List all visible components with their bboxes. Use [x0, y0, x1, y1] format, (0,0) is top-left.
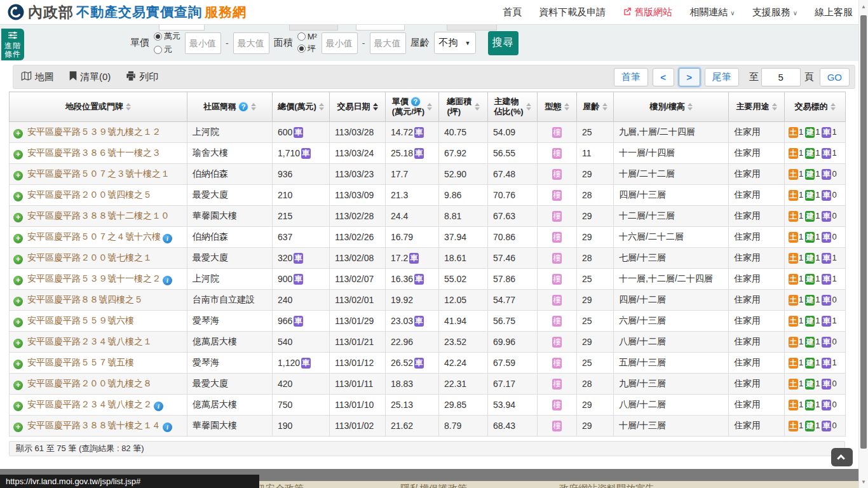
- expand-row-icon[interactable]: +: [13, 234, 23, 243]
- radio-button[interactable]: [154, 46, 162, 54]
- column-header-community[interactable]: 社區簡稱?: [187, 92, 273, 122]
- footer-link-open-data[interactable]: 政府網站資料開放宣告: [559, 483, 654, 488]
- address-link[interactable]: 安平區慶平路２００號九樓之８: [27, 378, 152, 388]
- help-icon[interactable]: ?: [410, 97, 421, 107]
- expand-row-icon[interactable]: +: [13, 297, 23, 306]
- expand-row-icon[interactable]: +: [13, 360, 23, 369]
- column-header-unit-price[interactable]: 單價? (萬元/坪): [386, 92, 439, 122]
- address-link[interactable]: 安平區慶平路２３４號八樓之１: [27, 336, 152, 346]
- area-cell: 8.81: [439, 206, 488, 227]
- address-link[interactable]: 安平區慶平路３８８號十樓之１４: [27, 420, 161, 430]
- last-page-button[interactable]: 尾筆: [705, 68, 739, 86]
- results-toolbar: 地圖 清單(0) 列印 首筆 < >: [13, 65, 855, 89]
- unit-price-cell: 17.2車: [386, 248, 439, 269]
- advanced-filter-button[interactable]: 進階條件: [1, 29, 24, 60]
- expand-row-icon[interactable]: +: [13, 213, 23, 222]
- radio-button[interactable]: [297, 32, 306, 41]
- nav-download[interactable]: 資料下載及申請: [539, 6, 606, 18]
- expand-row-icon[interactable]: +: [13, 339, 23, 348]
- expand-row-icon[interactable]: +: [13, 423, 23, 432]
- expand-row-icon[interactable]: +: [13, 129, 23, 139]
- nav-support[interactable]: 支援服務 ∨: [752, 6, 797, 18]
- expand-row-icon[interactable]: +: [13, 171, 23, 180]
- search-button[interactable]: 搜尋: [488, 31, 519, 55]
- car-badge: 車: [301, 358, 311, 369]
- address-link[interactable]: 安平區慶平路２３４號八樓之２: [27, 399, 152, 409]
- address-link[interactable]: 安平區慶平路５３９號九樓之１２: [27, 126, 161, 137]
- address-link[interactable]: 安平區慶平路５０７之４號十六樓: [27, 231, 161, 241]
- address-link[interactable]: 安平區慶平路３８６號十一樓之３: [27, 147, 161, 158]
- expand-row-icon[interactable]: +: [13, 402, 23, 411]
- area-max-input[interactable]: [370, 32, 406, 54]
- column-header-usage[interactable]: 主要用途: [729, 92, 785, 122]
- column-header-ratio[interactable]: 主建物 佔比(%): [488, 92, 538, 122]
- address-link[interactable]: 安平區慶平路５５７號五樓: [27, 357, 134, 367]
- scrollbar-thumb[interactable]: [860, 15, 867, 449]
- go-button[interactable]: GO: [820, 68, 850, 86]
- print-button[interactable]: 列印: [126, 71, 158, 83]
- expand-row-icon[interactable]: +: [13, 381, 23, 390]
- age-select[interactable]: 不拘 ▼: [434, 32, 476, 54]
- radio-button-checked[interactable]: [297, 44, 306, 53]
- radio-option-ping[interactable]: 坪: [297, 43, 317, 55]
- floor-cell: 十層/十三層: [614, 416, 729, 437]
- building-type-badge: 樓: [552, 274, 562, 285]
- help-icon[interactable]: ?: [238, 102, 248, 112]
- address-link[interactable]: 安平區慶平路８８號四樓之５: [27, 294, 143, 304]
- radio-button-checked[interactable]: [154, 32, 162, 41]
- radio-option-yuan[interactable]: 元: [154, 44, 180, 55]
- column-header-target[interactable]: 交易標的: [785, 92, 846, 122]
- expand-row-icon[interactable]: +: [13, 255, 23, 264]
- info-icon[interactable]: i: [163, 234, 172, 243]
- ratio-cell: 69.96: [488, 332, 538, 353]
- expand-row-icon[interactable]: +: [13, 192, 23, 201]
- prev-page-button[interactable]: <: [653, 68, 674, 86]
- unit-price-max-input[interactable]: [233, 32, 269, 54]
- scroll-to-top-button[interactable]: [831, 448, 853, 466]
- address-cell: +安平區慶平路３８８號十二樓之１０: [10, 206, 187, 227]
- address-link[interactable]: 安平區慶平路５０７之３號十樓之１: [27, 168, 170, 179]
- area-cell: 29.85: [439, 395, 488, 416]
- scrollbar-up-arrow[interactable]: ▲: [859, 4, 868, 10]
- address-link[interactable]: 安平區慶平路５３９號十一樓之２: [27, 273, 161, 283]
- radio-option-wan[interactable]: 萬元: [154, 30, 180, 42]
- next-page-button[interactable]: >: [679, 68, 700, 86]
- column-header-area[interactable]: 總面積 (坪): [439, 92, 488, 122]
- column-header-date[interactable]: 交易日期: [330, 92, 386, 122]
- nav-home[interactable]: 首頁: [503, 6, 522, 18]
- column-header-location[interactable]: 地段位置或門牌: [10, 92, 187, 122]
- nav-old-site[interactable]: 舊版網站: [623, 6, 672, 18]
- area-min-input[interactable]: [322, 32, 358, 54]
- site-logo[interactable]: 內政部 不動產交易實價查詢 服務網: [8, 3, 247, 22]
- column-header-floor[interactable]: 樓別/樓高: [614, 92, 729, 122]
- scrollbar-down-arrow[interactable]: ▼: [859, 479, 868, 485]
- first-page-button[interactable]: 首筆: [614, 68, 648, 86]
- expand-row-icon[interactable]: +: [13, 150, 23, 159]
- address-link[interactable]: 安平區慶平路５５９號六樓: [27, 315, 134, 325]
- column-header-type[interactable]: 型態: [538, 92, 577, 122]
- sort-icon: [251, 103, 256, 111]
- date-cell: 113/02/08: [330, 248, 386, 269]
- building-badge: 建: [805, 190, 815, 201]
- map-view-button[interactable]: 地圖: [21, 71, 54, 83]
- address-link[interactable]: 安平區慶平路２００號四樓之５: [27, 189, 152, 200]
- expand-row-icon[interactable]: +: [13, 318, 23, 327]
- column-header-total-price[interactable]: 總價(萬元): [273, 92, 330, 122]
- column-header-age[interactable]: 屋齡: [577, 92, 614, 122]
- nav-related[interactable]: 相關連結 ∨: [689, 6, 735, 18]
- expand-row-icon[interactable]: +: [13, 276, 23, 285]
- nav-online-service[interactable]: 線上客服: [815, 6, 853, 18]
- area-cell: 37.94: [439, 227, 488, 248]
- unit-price-min-input[interactable]: [185, 32, 221, 54]
- community-cell: 億萬居大樓: [187, 332, 273, 353]
- vertical-scrollbar[interactable]: ▲ ▼: [858, 0, 868, 488]
- info-icon[interactable]: i: [163, 276, 172, 285]
- footer-link-privacy-policy[interactable]: 隱私權保護政策: [400, 483, 467, 488]
- info-icon[interactable]: i: [163, 423, 172, 432]
- info-icon[interactable]: i: [154, 402, 163, 411]
- radio-option-m2[interactable]: M²: [297, 32, 317, 41]
- saved-list-button[interactable]: 清單(0): [69, 71, 111, 83]
- address-link[interactable]: 安平區慶平路２００號七樓之１: [27, 252, 152, 262]
- address-link[interactable]: 安平區慶平路３８８號十二樓之１０: [27, 210, 170, 220]
- page-number-input[interactable]: [761, 68, 801, 86]
